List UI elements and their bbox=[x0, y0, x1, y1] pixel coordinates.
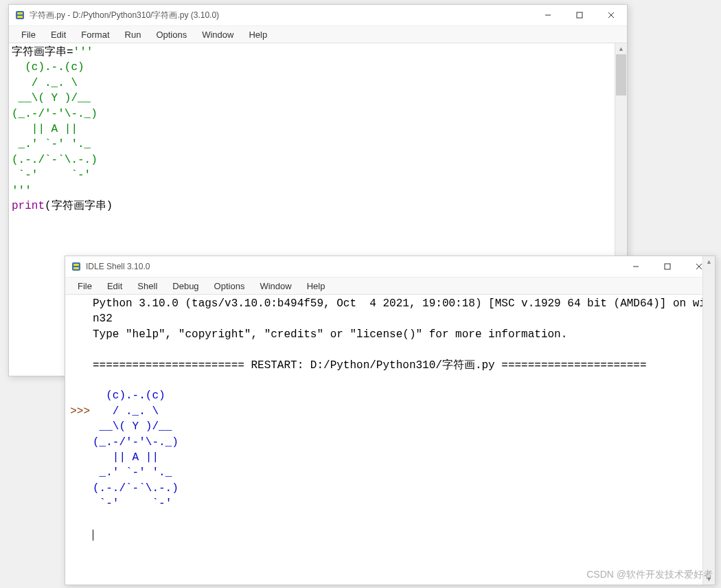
string-open: ''' bbox=[73, 46, 93, 58]
blank-gutter bbox=[65, 342, 93, 357]
menu-window[interactable]: Window bbox=[253, 280, 298, 293]
shell-output[interactable]: Python 3.10.0 (tags/v3.10.0:b494f59, Oct… bbox=[93, 295, 715, 585]
menu-edit[interactable]: Edit bbox=[100, 280, 129, 293]
blank-gutter bbox=[65, 373, 93, 388]
menu-file[interactable]: File bbox=[14, 28, 43, 41]
ascii-art-string: (c).-.(c) / ._. \ __\( Y )/__ (_.-/'-'\-… bbox=[12, 61, 98, 181]
menu-help[interactable]: Help bbox=[242, 28, 274, 41]
shell-gutter: >>> >>> bbox=[65, 295, 93, 585]
shell-window-controls bbox=[620, 256, 715, 277]
close-button[interactable] bbox=[595, 5, 627, 25]
blank-gutter bbox=[65, 496, 93, 511]
shell-ascii-output: (c).-.(c) / ._. \ __\( Y )/__ (_.-/'-'\-… bbox=[93, 389, 179, 510]
shell-scrollbar[interactable]: ▲ ▼ bbox=[702, 295, 715, 585]
minimize-button[interactable] bbox=[532, 5, 564, 25]
print-args: (字符画字串) bbox=[45, 200, 113, 212]
blank-gutter bbox=[65, 311, 93, 326]
blank-gutter bbox=[65, 558, 93, 573]
shell-banner2: Type "help", "copyright", "credits" or "… bbox=[93, 328, 567, 341]
editor-code[interactable]: 字符画字串=''' (c).-.(c) / ._. \ __\( Y )/__ … bbox=[9, 43, 627, 215]
svg-rect-9 bbox=[73, 267, 79, 269]
menu-file[interactable]: File bbox=[71, 280, 99, 293]
menu-format[interactable]: Format bbox=[74, 28, 116, 41]
maximize-button[interactable] bbox=[564, 5, 595, 25]
shell-window: IDLE Shell 3.10.0 File Edit Shell Debug … bbox=[65, 256, 716, 585]
print-keyword: print bbox=[12, 200, 45, 212]
menu-window[interactable]: Window bbox=[195, 28, 240, 41]
maximize-button[interactable] bbox=[652, 256, 683, 277]
scroll-down-icon[interactable]: ▼ bbox=[703, 574, 715, 585]
editor-titlebar[interactable]: 字符画.py - D:/Python/Python310/字符画.py (3.1… bbox=[9, 5, 627, 26]
menu-help[interactable]: Help bbox=[300, 280, 332, 293]
editor-window-controls bbox=[532, 5, 627, 25]
blank-gutter bbox=[65, 435, 93, 450]
menu-debug[interactable]: Debug bbox=[165, 280, 205, 293]
svg-rect-7 bbox=[72, 262, 80, 271]
python-file-icon bbox=[14, 10, 25, 21]
blank-gutter bbox=[65, 527, 93, 542]
shell-title: IDLE Shell 3.10.0 bbox=[86, 262, 620, 271]
svg-rect-0 bbox=[16, 11, 24, 19]
menu-options[interactable]: Options bbox=[207, 280, 252, 293]
shell-titlebar[interactable]: IDLE Shell 3.10.0 bbox=[65, 256, 715, 278]
python-shell-icon bbox=[71, 261, 82, 272]
shell-banner1: Python 3.10.0 (tags/v3.10.0:b494f59, Oct… bbox=[93, 297, 706, 325]
menu-options[interactable]: Options bbox=[149, 28, 194, 41]
code-assign: 字符画字串= bbox=[12, 46, 73, 58]
shell-menubar: File Edit Shell Debug Options Window Hel… bbox=[65, 278, 715, 295]
editor-menubar: File Edit Format Run Options Window Help bbox=[9, 26, 627, 43]
menu-run[interactable]: Run bbox=[118, 28, 148, 41]
prompt-indicator: >>> bbox=[65, 404, 93, 419]
svg-rect-11 bbox=[665, 264, 670, 269]
text-cursor bbox=[93, 530, 93, 541]
scroll-up-icon[interactable]: ▲ bbox=[615, 43, 627, 54]
editor-title: 字符画.py - D:/Python/Python310/字符画.py (3.1… bbox=[30, 10, 532, 21]
shell-text-area[interactable]: >>> >>> Python 3.10.0 (tags/v3.10.0:b494… bbox=[65, 295, 715, 585]
menu-shell[interactable]: Shell bbox=[130, 280, 164, 293]
scroll-thumb[interactable] bbox=[616, 54, 626, 95]
blank-gutter bbox=[65, 465, 93, 480]
menu-edit[interactable]: Edit bbox=[44, 28, 73, 41]
svg-rect-2 bbox=[17, 16, 23, 18]
svg-rect-4 bbox=[577, 12, 582, 18]
minimize-button[interactable] bbox=[620, 256, 652, 277]
shell-restart: ======================= RESTART: D:/Pyth… bbox=[93, 359, 647, 372]
svg-rect-1 bbox=[17, 12, 23, 14]
svg-rect-8 bbox=[73, 264, 79, 266]
string-close: ''' bbox=[12, 185, 32, 197]
